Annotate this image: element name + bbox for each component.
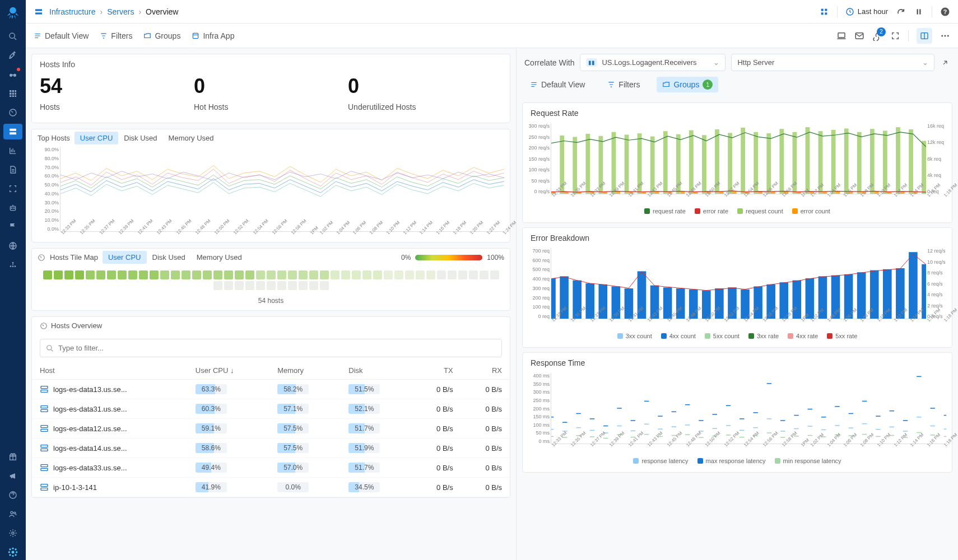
host-tile[interactable] bbox=[213, 281, 222, 290]
legend-item[interactable]: max response latency bbox=[697, 458, 766, 464]
legend-item[interactable]: 5xx count bbox=[705, 333, 740, 339]
table-row[interactable]: logs-es-data12.us.se... 59.1% 57.5% 51.7… bbox=[32, 419, 510, 438]
host-tile[interactable] bbox=[96, 270, 105, 279]
host-tile[interactable] bbox=[245, 281, 254, 290]
host-tile[interactable] bbox=[299, 281, 308, 290]
apps-grid-icon[interactable] bbox=[819, 7, 829, 17]
host-tile[interactable] bbox=[320, 270, 329, 279]
nav-announce-icon[interactable] bbox=[3, 468, 22, 484]
host-tile[interactable] bbox=[416, 270, 425, 279]
correlate-service-dropdown[interactable]: Http Server ⌄ bbox=[731, 54, 934, 71]
host-tile[interactable] bbox=[331, 270, 340, 279]
nav-team-icon[interactable] bbox=[3, 506, 22, 522]
nav-app-switch-icon[interactable] bbox=[3, 544, 22, 560]
tab-groups[interactable]: Groups bbox=[143, 31, 180, 40]
nav-scan-icon[interactable] bbox=[3, 181, 22, 197]
refresh-icon[interactable] bbox=[896, 7, 906, 17]
host-tile[interactable] bbox=[256, 281, 265, 290]
host-tile[interactable] bbox=[469, 270, 478, 279]
host-tile[interactable] bbox=[309, 270, 318, 279]
host-tile[interactable] bbox=[192, 270, 201, 279]
mail-icon[interactable] bbox=[854, 31, 864, 41]
tilemap-tab[interactable]: User CPU bbox=[103, 251, 147, 264]
table-row[interactable]: logs-es-data14.us.se... 58.6% 57.5% 51.9… bbox=[32, 438, 510, 458]
host-tile[interactable] bbox=[267, 281, 276, 290]
host-tile[interactable] bbox=[171, 270, 180, 279]
table-row[interactable]: logs-es-data13.us.se... 63.3% 58.2% 51.5… bbox=[32, 380, 510, 399]
host-tile[interactable] bbox=[288, 270, 297, 279]
nav-search-icon[interactable] bbox=[3, 29, 22, 44]
host-tile[interactable] bbox=[277, 281, 286, 290]
laptop-icon[interactable] bbox=[836, 31, 847, 41]
top-hosts-tab[interactable]: Memory Used bbox=[163, 132, 220, 144]
host-tile[interactable] bbox=[203, 270, 212, 279]
host-tile[interactable] bbox=[224, 270, 233, 279]
nav-cluster-icon[interactable] bbox=[3, 257, 22, 273]
tilemap-tab[interactable]: Disk Used bbox=[147, 251, 191, 264]
nav-chart-icon[interactable] bbox=[3, 143, 22, 158]
host-tile[interactable] bbox=[150, 270, 159, 279]
host-tile[interactable] bbox=[426, 270, 435, 279]
link-icon[interactable]: 2 bbox=[872, 31, 882, 41]
nav-help-icon[interactable] bbox=[3, 487, 22, 503]
col-disk[interactable]: Disk bbox=[341, 362, 412, 380]
host-tile[interactable] bbox=[86, 270, 95, 279]
host-tile[interactable] bbox=[437, 270, 446, 279]
more-menu-icon[interactable] bbox=[940, 31, 950, 41]
host-tile[interactable] bbox=[64, 270, 73, 279]
host-tile[interactable] bbox=[405, 270, 414, 279]
host-tile[interactable] bbox=[43, 270, 52, 279]
table-row[interactable]: ip-10-1-3-141 41.9% 0.0% 34.5% 0 B/s 0 B… bbox=[32, 478, 510, 497]
host-tile[interactable] bbox=[107, 270, 116, 279]
host-tile[interactable] bbox=[256, 270, 265, 279]
tab-filters[interactable]: Filters bbox=[100, 31, 132, 40]
layout-split-icon[interactable] bbox=[917, 28, 932, 44]
legend-item[interactable]: request count bbox=[737, 208, 783, 214]
legend-item[interactable]: 3xx rate bbox=[748, 333, 779, 339]
legend-item[interactable]: min response latency bbox=[775, 458, 841, 464]
nav-document-icon[interactable] bbox=[3, 162, 22, 178]
fullscreen-icon[interactable] bbox=[890, 31, 900, 41]
col-rx[interactable]: RX bbox=[461, 362, 510, 380]
host-tile[interactable] bbox=[224, 281, 233, 290]
tilemap-tab[interactable]: Memory Used bbox=[191, 251, 248, 264]
host-tile[interactable] bbox=[448, 270, 457, 279]
legend-item[interactable]: 3xx count bbox=[617, 333, 652, 339]
host-tile[interactable] bbox=[75, 270, 84, 279]
legend-item[interactable]: response latency bbox=[633, 458, 688, 464]
host-tile[interactable] bbox=[352, 270, 361, 279]
rtab-default-view[interactable]: Default View bbox=[524, 77, 590, 92]
host-tile[interactable] bbox=[458, 270, 467, 279]
nav-rocket-icon[interactable] bbox=[3, 48, 22, 63]
host-tile[interactable] bbox=[277, 270, 286, 279]
app-section-icon[interactable] bbox=[34, 7, 44, 17]
host-tile[interactable] bbox=[362, 270, 371, 279]
host-tile[interactable] bbox=[384, 270, 393, 279]
hosts-filter-input[interactable] bbox=[40, 339, 502, 357]
brand-logo-icon[interactable] bbox=[5, 4, 21, 22]
breadcrumb-infrastructure[interactable]: Infrastructure bbox=[49, 7, 95, 16]
col-cpu[interactable]: User CPU ↓ bbox=[188, 362, 269, 380]
legend-item[interactable]: 4xx count bbox=[661, 333, 696, 339]
host-tile[interactable] bbox=[235, 281, 244, 290]
tab-infra-app[interactable]: Infra App bbox=[192, 31, 234, 40]
nav-settings-icon[interactable] bbox=[3, 525, 22, 541]
pause-icon[interactable] bbox=[914, 7, 924, 17]
host-tile[interactable] bbox=[128, 270, 137, 279]
host-tile[interactable] bbox=[373, 270, 382, 279]
nav-grid-icon[interactable] bbox=[3, 86, 22, 101]
top-hosts-tab[interactable]: Disk Used bbox=[118, 132, 162, 144]
legend-item[interactable]: error rate bbox=[695, 208, 728, 214]
host-tile[interactable] bbox=[490, 270, 499, 279]
host-tile[interactable] bbox=[245, 270, 254, 279]
host-tile[interactable] bbox=[394, 270, 403, 279]
host-tile[interactable] bbox=[118, 270, 127, 279]
nav-robot-icon[interactable] bbox=[3, 200, 22, 216]
col-host[interactable]: Host bbox=[32, 362, 188, 380]
help-circle-icon[interactable]: ? bbox=[940, 7, 950, 17]
time-range-picker[interactable]: Last hour bbox=[845, 7, 888, 16]
rtab-groups[interactable]: Groups1 bbox=[657, 77, 718, 92]
host-tile[interactable] bbox=[182, 270, 190, 279]
host-tile[interactable] bbox=[309, 281, 318, 290]
nav-flag-icon[interactable] bbox=[3, 219, 22, 235]
